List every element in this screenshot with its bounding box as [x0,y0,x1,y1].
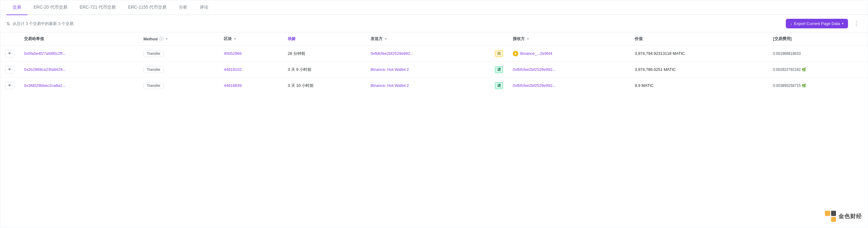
to-address-link[interactable]: Binance_...0x9f44 [520,51,552,56]
toolbar-summary: ⇅ 从总计 3 个交易中的最新 3 个交易 [6,21,73,27]
from-filter-icon[interactable]: ▼ [384,37,388,41]
row-eye-button[interactable]: 👁 [5,50,14,57]
tab-bar: 交易ERC-20 代币交易ERC-721 代币交易ERC-1155 代币交易分析… [0,0,868,15]
method-filter-icon[interactable]: ▼ [165,37,168,41]
block-filter-icon[interactable]: ▼ [233,37,237,41]
method-badge: Transfer [144,82,164,89]
tab-transactions[interactable]: 交易 [6,0,27,15]
tab-erc721[interactable]: ERC-721 代币交易 [73,0,122,15]
col-dir [488,32,508,46]
export-down-icon: ↓ [790,21,792,26]
direction-badge: 进 [495,66,503,73]
method-badge: Transfer [144,50,164,57]
table-row: 👁0x0fa5e4f27afd95c2ff...Transfer45052966… [0,46,868,62]
export-button[interactable]: ↓ Export Current Page Data ▾ [786,19,848,28]
transactions-table-wrapper: 交易哈希值 Method i ▼ 区块 ▼ [0,32,868,93]
tx-hash-link[interactable]: 0x3fd029bbec2ca8a2... [24,83,66,88]
col-to: 接收方 ▼ [508,32,630,46]
col-value: 价值 [630,32,768,46]
main-container: 交易ERC-20 代币交易ERC-721 代币交易ERC-1155 代币交易分析… [0,0,868,228]
summary-text: 从总计 3 个交易中的最新 3 个交易 [12,21,73,27]
tx-age: 28 分钟前 [283,46,366,62]
from-address-link[interactable]: Binance: Hot Wallet 2 [371,83,409,88]
logo-sq-4 [831,217,836,222]
table-row: 👁0x2b2868ca23fa8429...Transfer449191023 … [0,62,868,78]
method-badge: Transfer [144,66,164,73]
tx-value: 3,974,786.0251 MATIC [630,62,768,78]
toolbar-actions: ↓ Export Current Page Data ▾ ⋮ [786,19,862,28]
method-info-icon[interactable]: i [159,37,163,41]
col-age: 块龄 [283,32,366,46]
tx-fee: 0.002922792182🌿 [768,62,868,78]
export-button-label: Export Current Page Data [794,21,840,26]
tab-erc20[interactable]: ERC-20 代币交易 [27,0,73,15]
table-header: 交易哈希值 Method i ▼ 区块 ▼ [0,32,868,46]
from-address-link[interactable]: Binance: Hot Wallet 2 [371,67,409,72]
filter-sort-icon: ⇅ [6,21,10,26]
to-address-link[interactable]: 0xfbfcfee2bf2529e992... [513,67,556,72]
tab-analytics[interactable]: 分析 [173,0,194,15]
leaf-icon: 🌿 [802,67,806,72]
tx-value: 9.9 MATIC [630,78,768,94]
row-eye-button[interactable]: 👁 [5,82,14,89]
tx-age: 3 天 10 小时前 [283,78,366,94]
watermark-logo [825,211,836,222]
table-row: 👁0x3fd029bbec2ca8a2...Transfer449188393 … [0,78,868,94]
tab-comments[interactable]: 评论 [194,0,215,15]
direction-badge: 出 [495,50,503,57]
to-address-link[interactable]: 0xfbfcfee2bf2529e992... [513,83,556,88]
binance-icon: B [513,51,518,56]
block-link[interactable]: 44919102 [224,67,242,72]
more-options-button[interactable]: ⋮ [851,19,862,28]
col-hash: 交易哈希值 [19,32,138,46]
leaf-icon: 🌿 [802,84,806,88]
direction-badge: 进 [495,82,503,89]
col-method: Method i ▼ [138,32,219,46]
watermark-text: 金色财经 [838,212,862,220]
row-eye-button[interactable]: 👁 [5,66,14,73]
toolbar: ⇅ 从总计 3 个交易中的最新 3 个交易 ↓ Export Current P… [0,15,868,32]
tx-fee: 0.001968818633 [768,46,868,62]
from-address: 0xfbfcfee2bf2529e992... [371,51,414,56]
tx-value: 3,974,794.92313118 MATIC [630,46,768,62]
to-cell: BBinance_...0x9f44 [513,51,625,56]
block-link[interactable]: 45052966 [224,51,242,56]
to-filter-icon[interactable]: ▼ [526,37,530,41]
transactions-table: 交易哈希值 Method i ▼ 区块 ▼ [0,32,868,93]
col-block: 区块 ▼ [219,32,283,46]
logo-sq-2 [831,211,836,216]
block-link[interactable]: 44918839 [224,83,242,88]
tx-hash-link[interactable]: 0x2b2868ca23fa8429... [24,67,66,72]
more-icon: ⋮ [854,21,859,27]
col-from: 发送方 ▼ [366,32,488,46]
tab-erc1155[interactable]: ERC-1155 代币交易 [122,0,173,15]
watermark: 金色财经 [825,211,862,222]
col-fee: [交易费用] [768,32,868,46]
export-chevron-icon: ▾ [842,22,844,26]
logo-sq-3 [825,217,830,222]
logo-sq-1 [825,211,830,216]
tx-fee: 0.003895258715🌿 [768,78,868,94]
tx-age: 3 天 9 小时前 [283,62,366,78]
tx-hash-link[interactable]: 0x0fa5e4f27afd95c2ff... [24,51,66,56]
table-body: 👁0x0fa5e4f27afd95c2ff...Transfer45052966… [0,46,868,94]
col-eye [0,32,19,46]
